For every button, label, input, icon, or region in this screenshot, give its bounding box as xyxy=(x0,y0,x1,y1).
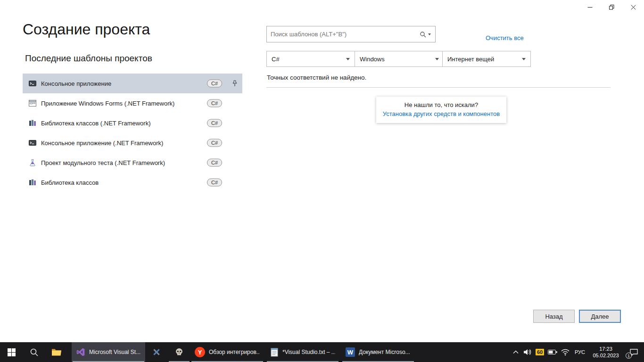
close-button[interactable] xyxy=(622,0,644,14)
platform-filter-dropdown[interactable]: Windows xyxy=(355,51,444,67)
template-label: Проект модульного теста (.NET Framework) xyxy=(41,159,165,166)
recent-templates-heading: Последние шаблоны проектов xyxy=(25,53,152,64)
close-icon xyxy=(631,5,636,10)
taskbar-search-button[interactable] xyxy=(23,342,45,362)
no-match-text: Точных соответствий не найдено. xyxy=(267,74,366,81)
network-icon xyxy=(561,349,570,356)
template-label: Приложение Windows Forms (.NET Framework… xyxy=(41,100,174,107)
tray-up-chevron-icon xyxy=(513,350,519,354)
language-badge: C# xyxy=(207,179,222,187)
not-found-panel: Не нашли то, что искали? Установка други… xyxy=(376,97,506,123)
create-project-window: Создание проекта Последние шаблоны проек… xyxy=(0,0,644,342)
search-icon[interactable] xyxy=(420,31,426,38)
chevron-down-icon xyxy=(346,58,350,60)
task-label: *Visual Studio.txt – ... xyxy=(282,349,335,355)
template-item-class-library-netfw[interactable]: Библиотека классов (.NET Framework) C# xyxy=(23,113,242,133)
task-label: Обзор интегриров... xyxy=(209,349,260,355)
restore-icon xyxy=(609,5,614,10)
search-input[interactable] xyxy=(267,31,420,38)
date-text: 05.02.2023 xyxy=(588,352,623,359)
template-item-console-app[interactable]: Консольное приложение C# xyxy=(23,74,242,93)
taskbar-item-notepad[interactable]: *Visual Studio.txt – ... xyxy=(266,342,339,362)
file-explorer-button[interactable] xyxy=(45,342,68,362)
system-tray: 60 РУС 17:23 05.02.2023 1 xyxy=(510,342,644,362)
action-center-button[interactable]: 1 xyxy=(623,342,644,362)
visual-studio-icon xyxy=(76,347,85,357)
tool-icon xyxy=(152,347,161,357)
clear-all-link[interactable]: Очистить все xyxy=(486,34,524,41)
recent-templates-list: Консольное приложение C# Приложение Wind… xyxy=(23,74,242,192)
class-library-icon xyxy=(29,179,36,186)
template-label: Консольное приложение xyxy=(41,80,111,87)
template-label: Библиотека классов xyxy=(41,179,99,186)
battery-button[interactable] xyxy=(546,342,559,362)
filter-value: C# xyxy=(272,56,280,63)
page-title: Создание проекта xyxy=(23,21,150,38)
chevron-down-icon xyxy=(435,58,439,60)
volume-icon xyxy=(523,348,532,356)
not-found-title: Не нашли то, что искали? xyxy=(378,101,504,108)
taskbar-item-visual-studio[interactable]: Microsoft Visual St... xyxy=(72,342,145,362)
word-letter: W xyxy=(347,349,353,356)
tray-expand-button[interactable] xyxy=(510,342,521,362)
template-label: Консольное приложение (.NET Framework) xyxy=(41,140,163,147)
template-item-console-app-netfw[interactable]: Консольное приложение (.NET Framework) C… xyxy=(23,133,242,153)
notification-count-badge: 1 xyxy=(626,353,632,359)
winforms-app-icon xyxy=(29,99,36,107)
taskbar-item-word[interactable]: W Документ Microso... xyxy=(341,342,415,362)
project-type-filter-dropdown[interactable]: Интернет вещей xyxy=(442,51,531,67)
word-icon: W xyxy=(346,347,355,357)
class-library-icon xyxy=(29,119,36,127)
chevron-down-icon xyxy=(522,58,526,60)
template-item-winforms[interactable]: Приложение Windows Forms (.NET Framework… xyxy=(23,93,242,113)
template-item-unit-test[interactable]: Проект модульного теста (.NET Framework)… xyxy=(23,153,242,173)
pin-icon[interactable] xyxy=(232,80,238,87)
minimize-icon xyxy=(587,5,593,10)
start-button[interactable] xyxy=(0,342,23,362)
search-box-icons xyxy=(420,31,435,38)
language-badge: C# xyxy=(207,99,222,107)
minimize-button[interactable] xyxy=(579,0,601,14)
volume-button[interactable] xyxy=(521,342,534,362)
console-app-icon xyxy=(29,80,36,87)
battery-percent-badge[interactable]: 60 xyxy=(534,342,546,362)
unit-test-icon xyxy=(29,159,36,166)
percent-text: 60 xyxy=(536,349,544,355)
network-button[interactable] xyxy=(559,342,571,362)
install-tools-link[interactable]: Установка других средств и компонентов xyxy=(378,110,504,117)
search-options-chevron-icon[interactable] xyxy=(428,33,431,35)
yandex-letter: Y xyxy=(198,349,202,356)
skull-game-icon xyxy=(174,347,184,357)
template-item-class-library[interactable]: Библиотека классов C# xyxy=(23,173,242,192)
language-indicator[interactable]: РУС xyxy=(571,342,588,362)
results-divider xyxy=(266,87,611,88)
explorer-icon xyxy=(51,348,62,356)
language-badge: C# xyxy=(207,139,222,147)
language-badge: C# xyxy=(207,80,222,88)
restore-button[interactable] xyxy=(601,0,622,14)
filter-value: Интернет вещей xyxy=(447,56,494,63)
yandex-browser-icon: Y xyxy=(195,347,205,357)
back-button[interactable]: Назад xyxy=(533,310,575,323)
window-controls xyxy=(579,0,644,14)
task-label: Документ Microso... xyxy=(359,349,411,355)
template-search xyxy=(266,26,436,42)
filter-value: Windows xyxy=(360,56,385,63)
start-icon xyxy=(8,348,16,356)
clock[interactable]: 17:23 05.02.2023 xyxy=(588,346,623,359)
language-badge: C# xyxy=(207,119,222,127)
console-app-icon xyxy=(29,139,36,147)
time-text: 17:23 xyxy=(588,346,623,352)
next-button[interactable]: Далее xyxy=(579,310,621,323)
battery-icon xyxy=(548,349,558,355)
taskbar-search-icon xyxy=(30,348,38,356)
taskbar-item-tool[interactable] xyxy=(145,342,168,362)
task-label: Microsoft Visual St... xyxy=(89,349,141,355)
taskbar-item-game[interactable] xyxy=(168,342,190,362)
notepad-icon xyxy=(270,347,279,357)
language-filter-dropdown[interactable]: C# xyxy=(266,51,355,67)
taskbar: Microsoft Visual St... Y Обзор интегриро… xyxy=(0,342,644,362)
language-badge: C# xyxy=(207,159,222,167)
taskbar-item-yandex-browser[interactable]: Y Обзор интегриров... xyxy=(190,342,264,362)
template-label: Библиотека классов (.NET Framework) xyxy=(41,120,151,127)
